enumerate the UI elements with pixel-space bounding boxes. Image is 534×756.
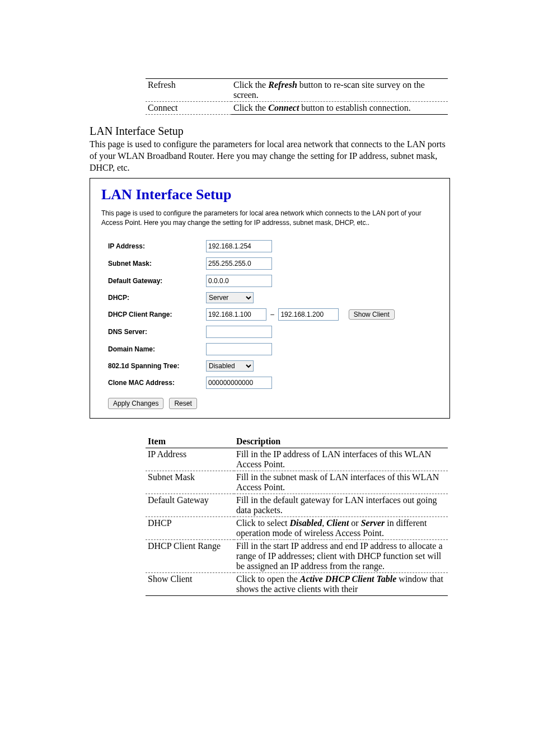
table-row: DHCP Client Range Fill in the start IP a… bbox=[146, 539, 448, 572]
table-row: Show Client Click to open the Active DHC… bbox=[146, 572, 448, 595]
ip-address-input[interactable] bbox=[206, 240, 272, 252]
clone-mac-input[interactable] bbox=[206, 377, 272, 389]
item-cell: DHCP bbox=[146, 516, 234, 539]
header-desc: Description bbox=[234, 435, 448, 448]
dhcp-range-start-input[interactable] bbox=[206, 308, 266, 321]
clone-mac-label: Clone MAC Address: bbox=[108, 379, 206, 387]
desc-cell: Fill in the start IP address and end IP … bbox=[234, 539, 448, 572]
table-row: Default Gateway Fill in the default gate… bbox=[146, 494, 448, 516]
desc-cell: Fill in the default gateway for LAN inte… bbox=[234, 494, 448, 516]
item-cell: Subnet Mask bbox=[146, 471, 234, 494]
subnet-mask-label: Subnet Mask: bbox=[108, 260, 206, 267]
section-intro: This page is used to configure the param… bbox=[90, 139, 450, 173]
desc-cell: Click to open the Active DHCP Client Tab… bbox=[234, 572, 448, 595]
ip-address-label: IP Address: bbox=[108, 242, 206, 250]
domain-name-label: Domain Name: bbox=[108, 345, 206, 353]
item-cell: Connect bbox=[146, 102, 231, 115]
table-row: Connect Click the Connect button to esta… bbox=[146, 102, 448, 115]
dns-server-input[interactable] bbox=[206, 326, 272, 338]
table-row: Subnet Mask Fill in the subnet mask of L… bbox=[146, 471, 448, 494]
top-description-table: Refresh Click the Refresh button to re-s… bbox=[146, 78, 448, 115]
default-gateway-input[interactable] bbox=[206, 275, 272, 287]
table-header-row: Item Description bbox=[146, 435, 448, 448]
reset-button[interactable]: Reset bbox=[169, 398, 196, 409]
desc-cell: Click the Connect button to establish co… bbox=[231, 102, 448, 115]
item-cell: Default Gateway bbox=[146, 494, 234, 516]
bottom-description-table: Item Description IP Address Fill in the … bbox=[146, 435, 448, 596]
button-row: Apply Changes Reset bbox=[108, 398, 438, 409]
table-row: IP Address Fill in the IP address of LAN… bbox=[146, 448, 448, 471]
spanning-tree-label: 802.1d Spanning Tree: bbox=[108, 362, 206, 370]
section-heading: LAN Interface Setup bbox=[90, 125, 450, 138]
item-cell: Refresh bbox=[146, 79, 231, 102]
desc-cell: Click to select Disabled, Client or Serv… bbox=[234, 516, 448, 539]
dhcp-label: DHCP: bbox=[108, 294, 206, 302]
desc-cell: Fill in the subnet mask of LAN interface… bbox=[234, 471, 448, 494]
spanning-tree-select[interactable]: Disabled bbox=[206, 360, 254, 372]
lan-setup-panel: LAN Interface Setup This page is used to… bbox=[90, 178, 450, 419]
domain-name-input[interactable] bbox=[206, 343, 272, 355]
table-row: DHCP Click to select Disabled, Client or… bbox=[146, 516, 448, 539]
table-row: Refresh Click the Refresh button to re-s… bbox=[146, 79, 448, 102]
dhcp-range-end-input[interactable] bbox=[278, 308, 339, 321]
item-cell: DHCP Client Range bbox=[146, 539, 234, 572]
subnet-mask-input[interactable] bbox=[206, 257, 272, 270]
item-cell: IP Address bbox=[146, 448, 234, 471]
default-gateway-label: Default Gateway: bbox=[108, 277, 206, 285]
dns-server-label: DNS Server: bbox=[108, 328, 206, 336]
desc-cell: Click the Refresh button to re-scan site… bbox=[231, 79, 448, 102]
range-dash: – bbox=[270, 311, 274, 318]
dhcp-select[interactable]: Server bbox=[206, 292, 254, 303]
header-item: Item bbox=[146, 435, 234, 448]
panel-title: LAN Interface Setup bbox=[101, 186, 438, 203]
form-grid: IP Address: Subnet Mask: Default Gateway… bbox=[108, 240, 438, 389]
show-client-button[interactable]: Show Client bbox=[349, 309, 395, 320]
dhcp-range-label: DHCP Client Range: bbox=[108, 311, 206, 318]
panel-subtitle: This page is used to configure the param… bbox=[101, 209, 438, 228]
item-cell: Show Client bbox=[146, 572, 234, 595]
apply-changes-button[interactable]: Apply Changes bbox=[108, 398, 163, 409]
desc-cell: Fill in the IP address of LAN interfaces… bbox=[234, 448, 448, 471]
